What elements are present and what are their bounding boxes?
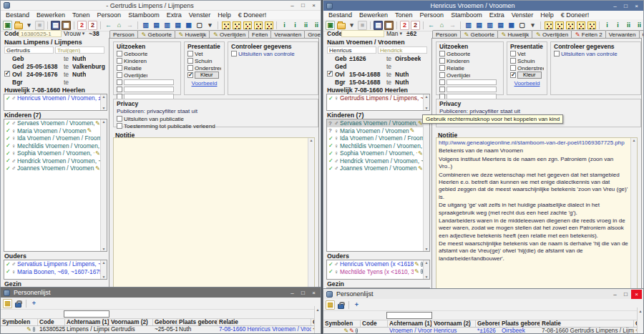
column-header[interactable]: Achternaam (1) xyxy=(388,320,432,327)
tab-persoon[interactable]: Persoon xyxy=(432,30,461,38)
custom-check-1[interactable] xyxy=(439,79,445,85)
onderstreept-checkbox[interactable] xyxy=(510,65,516,71)
column-header[interactable]: Voornaam (2) xyxy=(109,319,153,325)
person-link[interactable]: Mechtildis Vroemen / Vroomen, ~74, ~1666… xyxy=(17,142,100,149)
maximize-button[interactable]: □ xyxy=(620,1,631,11)
person-link[interactable]: Mechtildis Vroemen / Vroomen, ~74, ~1666… xyxy=(340,142,423,149)
uitsluiten-controle-checkbox[interactable] xyxy=(554,51,560,57)
nieuwe-lijst-icon[interactable]: ▤ xyxy=(3,299,12,308)
list-item[interactable]: ?♂Servaes Vroemen / Vroomen, ovl. 1743✎ xyxy=(327,119,423,127)
column-header[interactable]: Symbolen xyxy=(323,320,361,327)
scroll-up-icon[interactable]: ▲ xyxy=(633,138,636,143)
person-link[interactable]: Joannes Vroemen / Vroomen, ~1676-? xyxy=(340,164,417,172)
overlijden-checkbox[interactable] xyxy=(117,72,122,78)
table-scrollbar[interactable]: ▲ xyxy=(637,308,643,333)
person-link[interactable]: Maria Vroemen / Vroomen xyxy=(17,127,87,134)
scroll-up-icon[interactable]: ▲ xyxy=(425,260,429,265)
list-item[interactable]: ✓♀Maria Boonen, ~69, ~1607-1675 (j1, x±1… xyxy=(4,268,100,276)
column-header[interactable]: Achternaam (1) xyxy=(65,319,109,325)
list-item[interactable]: ✓♀Ida Vroemen / Vroemen / Froomen, ~64, … xyxy=(327,134,423,142)
spouse-list[interactable]: ✓♂Henricus Vroemen / Vroomen, ±62, ±1626… xyxy=(4,94,107,111)
scroll-up-icon[interactable]: ▲ xyxy=(102,260,106,265)
kleur-checkbox[interactable] xyxy=(510,72,516,78)
vorige-persoon-icon[interactable]: 2 xyxy=(400,21,409,30)
sex-dropdown[interactable]: Man ▾ xyxy=(386,30,402,37)
tab-huwelijk[interactable]: ✎Huwelijk xyxy=(175,30,210,38)
code-field[interactable]: 16380525-1 xyxy=(19,30,62,37)
tab-groepen[interactable]: Groepen xyxy=(304,30,321,38)
list-item[interactable]: ✓♀Gertrudis Limpens / Lijmpens, ~38, ~16… xyxy=(327,94,423,102)
slot-icon[interactable] xyxy=(14,299,23,308)
menu-item-help[interactable]: Help xyxy=(537,11,557,19)
geb-place[interactable]: Nuth xyxy=(72,55,86,62)
schuin-checkbox[interactable] xyxy=(510,58,516,64)
kleur-checkbox[interactable] xyxy=(187,72,193,78)
menu-item-bewerken[interactable]: Bewerken xyxy=(33,11,69,19)
tab-overlijden[interactable]: ✎Overlijden xyxy=(532,30,572,38)
menu-item-tonen[interactable]: Tonen xyxy=(69,11,94,19)
menu-item-tonen[interactable]: Tonen xyxy=(391,11,416,19)
list-item[interactable]: ✓♀Mechtildis Vroemen / Vroomen, ~74, ~16… xyxy=(327,142,423,150)
album-icon[interactable]: ▦ xyxy=(384,21,394,30)
scroll-up-icon[interactable]: ▲ xyxy=(102,94,106,99)
geb-place[interactable]: Oirsbeek xyxy=(395,55,421,62)
ovl-place[interactable]: Nuth xyxy=(72,71,86,78)
verplaats-icon[interactable]: + xyxy=(352,300,361,310)
nieuwe-lijst-icon[interactable]: ▤ xyxy=(326,300,335,310)
geboorte-checkbox[interactable] xyxy=(117,51,122,57)
menu-item-doneer[interactable]: € Doneer! xyxy=(235,11,270,19)
vet-checkbox[interactable] xyxy=(187,51,193,57)
kinderen-checkbox[interactable] xyxy=(439,58,445,64)
scroll-down-icon[interactable]: ▼ xyxy=(425,275,429,279)
roepnaam-field[interactable]: Trui(gen) xyxy=(55,46,104,54)
menu-item-persoon[interactable]: Persoon xyxy=(94,11,125,19)
ovl-checkbox[interactable] xyxy=(327,71,333,77)
column-header[interactable]: Geboren/g... xyxy=(153,319,177,325)
notitie-area[interactable]: http://www.genealogieonline.nl/stamboom-… xyxy=(436,137,638,312)
voorbeeld-link[interactable]: Voorbeeld xyxy=(514,80,540,87)
custom-check-1[interactable] xyxy=(117,79,122,85)
person-link[interactable]: Ida Vroemen / Vroemen / Froomen, ~64, ~1… xyxy=(340,134,423,142)
column-header[interactable]: Plaats geboren/ge... xyxy=(177,319,218,325)
minimize-button[interactable]: – xyxy=(610,290,620,299)
person-link[interactable]: Servatius Lijmpens / Limpens, ~60, ±1615… xyxy=(17,260,100,267)
sex-dropdown[interactable]: Vrouw ▾ xyxy=(64,30,84,37)
album-icon[interactable]: ▦ xyxy=(62,21,71,30)
scroll-down-icon[interactable]: ▼ xyxy=(425,247,429,251)
menu-item-venster[interactable]: Venster xyxy=(508,11,537,19)
column-header[interactable]: Symbolen xyxy=(1,319,38,325)
filter-input[interactable] xyxy=(386,312,432,319)
tab-verwanten[interactable]: Verwanten xyxy=(270,30,305,38)
list-item[interactable]: ✓♂Servatius Lijmpens / Limpens, ~60, ±16… xyxy=(4,260,100,268)
nieuw-persoon-icon[interactable]: ▣ xyxy=(326,21,335,30)
opslaan-icon[interactable]: ■ xyxy=(358,21,367,30)
schuin-checkbox[interactable] xyxy=(187,58,193,64)
geb-date[interactable]: ±1626 xyxy=(349,55,386,62)
open-icon[interactable] xyxy=(14,21,23,30)
nieuw-persoon-icon[interactable]: ▣ xyxy=(3,21,12,30)
column-header[interactable]: Code xyxy=(361,320,388,327)
close-button[interactable]: × xyxy=(631,1,642,11)
close-button[interactable]: × xyxy=(631,290,642,299)
open-icon[interactable] xyxy=(336,21,346,30)
person-link[interactable]: Ida Vroemen / Vroemen / Froomen, ~64, ~1… xyxy=(17,134,100,142)
list-item[interactable]: ✓♂Servaes Vroemen / Vroomen, ovl. 1743✎ xyxy=(4,119,100,127)
person-link[interactable]: Henricus Vroemen / Vroomen, ±62, ±1626-1… xyxy=(17,94,100,102)
tab-geboorte[interactable]: ✎Geboorte xyxy=(137,30,175,38)
list-item[interactable]: ✓♂Henricus Vroemen / Vroomen, ±62, ±1626… xyxy=(4,94,100,102)
list-item[interactable]: ✓♂Hendrick Vroemen / Vroomen, ~85, ~1673… xyxy=(327,157,423,165)
rapport-icon[interactable]: ▤ xyxy=(51,21,60,30)
menu-item-persoon[interactable]: Persoon xyxy=(416,11,448,19)
scrollbar[interactable]: ▲▼ xyxy=(100,260,107,279)
person-link[interactable]: Sophia Vroemen / Vroomen, ~1670-? xyxy=(340,149,417,157)
open-dropdown-icon[interactable]: ▾ xyxy=(24,21,34,30)
list-item[interactable]: ✓♂Joannes Vroemen / Vroomen, ~1676-?✎ xyxy=(4,164,100,172)
opslaan-icon[interactable]: ■ xyxy=(35,21,44,30)
kleur-button[interactable]: Kleur xyxy=(517,72,542,79)
person-link[interactable]: Hendrick Vroemen / Vroomen, ~85, ~1673-1… xyxy=(340,157,423,164)
spouse-list[interactable]: ✓♀Gertrudis Limpens / Lijmpens, ~38, ~16… xyxy=(326,94,430,111)
ged-place[interactable]: Valkenburg xyxy=(72,63,105,70)
scroll-down-icon[interactable]: ▼ xyxy=(102,247,106,251)
tab-feiten[interactable]: Feiten xyxy=(248,30,271,38)
list-item[interactable]: ✓♀Ida Vroemen / Vroemen / Froomen, ~64, … xyxy=(4,134,100,142)
